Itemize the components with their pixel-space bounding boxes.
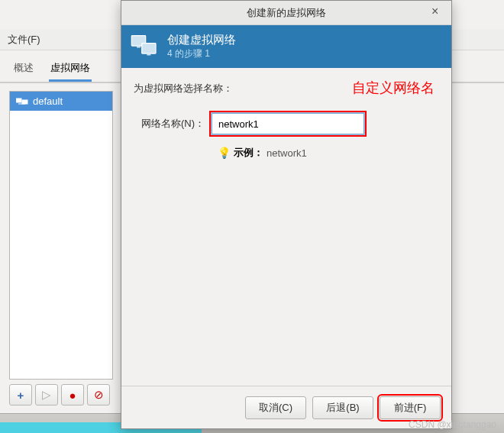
delete-button[interactable]: ⊘ [87,384,110,406]
tab-virtual-network[interactable]: 虚拟网络 [49,57,92,82]
play-button[interactable]: ▷ [35,384,58,406]
computers-icon [129,31,160,63]
example-row: 💡 示例： network1 [218,146,439,160]
highlight-box [209,111,367,137]
cancel-button[interactable]: 取消(C) [245,396,306,419]
add-button[interactable]: + [9,384,32,406]
dialog-footer: 取消(C) 后退(B) 前进(F) [121,386,451,428]
lightbulb-icon: 💡 [218,147,231,159]
dialog-body: 为虚拟网络选择名称： 自定义网络名 网络名称(N)： 💡 示例： network… [121,68,451,389]
dialog-title: 创建新的虚拟网络 [247,6,326,20]
tab-overview[interactable]: 概述 [12,57,35,82]
list-item-label: default [33,95,63,107]
dialog-header-title: 创建虚拟网络 [167,33,236,47]
forward-button[interactable]: 前进(F) [380,396,441,419]
create-network-dialog: 创建新的虚拟网络 × 创建虚拟网络 4 的步骤 1 为虚拟网络选择名称： 自定义… [121,0,452,429]
dialog-header: 创建虚拟网络 4 的步骤 1 [121,25,451,68]
network-name-label: 网络名称(N)： [141,117,205,131]
svg-rect-5 [137,46,141,48]
stop-button[interactable]: ● [61,384,84,406]
svg-rect-0 [16,99,21,102]
svg-rect-4 [142,43,156,53]
network-list: default [9,91,113,380]
svg-rect-1 [22,100,27,104]
dialog-titlebar: 创建新的虚拟网络 × [121,1,451,25]
svg-rect-6 [147,53,150,56]
network-name-input[interactable] [212,113,364,134]
annotation-text: 自定义网络名 [352,79,435,97]
example-value: network1 [267,147,307,159]
back-button[interactable]: 后退(B) [312,396,373,419]
example-label: 示例： [234,146,263,160]
close-icon[interactable]: × [431,5,445,19]
list-item[interactable]: default [10,92,112,111]
dialog-step-label: 4 的步骤 1 [167,47,236,60]
network-icon [16,97,28,106]
file-menu[interactable]: 文件(F) [8,34,40,45]
